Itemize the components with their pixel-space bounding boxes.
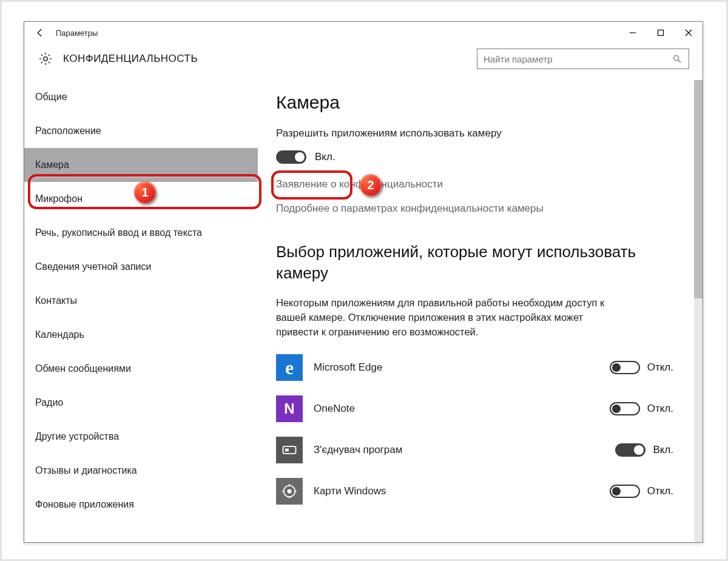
svg-point-3 <box>674 56 679 61</box>
back-button[interactable] <box>24 22 56 44</box>
svg-rect-6 <box>285 449 289 452</box>
toggle-knob <box>634 445 644 455</box>
svg-line-4 <box>678 60 681 62</box>
sidebar-item-other-devices[interactable]: Другие устройства <box>24 420 258 454</box>
sidebar-item-label: Фоновые приложения <box>35 499 134 510</box>
sidebar-item-contacts[interactable]: Контакты <box>24 284 258 318</box>
svg-rect-5 <box>283 446 296 454</box>
settings-gear-icon[interactable] <box>38 51 53 67</box>
app-toggle-label: Вкл. <box>653 444 673 456</box>
app-name: OneNote <box>314 403 355 415</box>
toggle-knob <box>612 487 621 495</box>
sidebar-item-radio[interactable]: Радио <box>24 386 258 420</box>
main-toggle[interactable] <box>276 150 306 164</box>
app-toggle-label: Откл. <box>647 403 673 415</box>
arrow-left-icon <box>35 27 46 38</box>
search-box[interactable] <box>477 49 689 69</box>
sidebar-item-label: Отзывы и диагностика <box>35 465 137 476</box>
app-toggle-edge[interactable] <box>610 361 640 374</box>
app-row-edge: Microsoft Edge Откл. <box>276 353 673 382</box>
vertical-scrollbar[interactable] <box>694 80 703 542</box>
main-toggle-row: Вкл. <box>276 148 673 166</box>
sidebar-item-label: Календарь <box>35 329 84 340</box>
scrollbar-thumb[interactable] <box>694 80 703 298</box>
svg-rect-1 <box>658 30 664 36</box>
app-name: Карти Windows <box>314 485 386 497</box>
app-name: Microsoft Edge <box>314 361 382 374</box>
app-name: З'єднувач програм <box>314 444 402 456</box>
sidebar-item-speech[interactable]: Речь, рукописный ввод и ввод текста <box>24 216 258 250</box>
header-row: КОНФИДЕНЦИАЛЬНОСТЬ <box>24 44 703 80</box>
maps-icon <box>276 478 303 505</box>
choose-apps-desc: Некоторым приложениям для правильной раб… <box>276 296 616 340</box>
app-toggle-maps[interactable] <box>610 485 640 498</box>
window-controls <box>619 22 703 44</box>
content-pane: Камера Разрешить приложениям использоват… <box>258 80 694 542</box>
search-input[interactable] <box>484 54 672 64</box>
window-title: Параметры <box>56 29 98 38</box>
app-row-maps: Карти Windows Откл. <box>276 477 673 506</box>
sidebar-item-general[interactable]: Общие <box>24 80 258 114</box>
app-toggle-group: Откл. <box>610 361 673 374</box>
app-row-connector: З'єднувач програм Вкл. <box>276 435 673 465</box>
sidebar-item-label: Обмен сообщениями <box>35 363 131 374</box>
close-icon <box>685 29 692 36</box>
toggle-knob <box>612 405 621 413</box>
sidebar-item-background-apps[interactable]: Фоновые приложения <box>24 488 258 522</box>
maximize-button[interactable] <box>647 22 675 44</box>
app-toggle-label: Откл. <box>647 485 673 497</box>
main-toggle-label: Вкл. <box>315 151 335 163</box>
maximize-icon <box>657 29 664 36</box>
app-toggle-connector[interactable] <box>615 443 645 457</box>
privacy-statement-link[interactable]: Заявление о конфиденциальности <box>276 178 673 190</box>
sidebar-item-label: Расположение <box>35 126 101 136</box>
body: Общие Расположение Камера Микрофон Речь,… <box>24 80 703 542</box>
app-toggle-label: Откл. <box>647 361 673 374</box>
app-list: Microsoft Edge Откл. OneNote Откл. <box>276 353 673 506</box>
sidebar-item-location[interactable]: Расположение <box>24 114 258 148</box>
toggle-knob <box>295 152 305 162</box>
sidebar-item-messaging[interactable]: Обмен сообщениями <box>24 352 258 386</box>
sidebar-item-microphone[interactable]: Микрофон <box>24 182 258 216</box>
allow-apps-label: Разрешить приложениям использовать камер… <box>276 127 673 139</box>
sidebar-item-label: Речь, рукописный ввод и ввод текста <box>35 227 202 238</box>
titlebar: Параметры <box>24 22 703 44</box>
sidebar: Общие Расположение Камера Микрофон Речь,… <box>24 80 258 542</box>
app-toggle-onenote[interactable] <box>610 402 640 415</box>
sidebar-item-account-info[interactable]: Сведения учетной записи <box>24 250 258 284</box>
app-toggle-group: Откл. <box>610 485 673 498</box>
minimize-icon <box>629 29 636 36</box>
sidebar-item-label: Общие <box>35 92 67 102</box>
choose-apps-heading: Выбор приложений, которые могут использо… <box>276 241 673 284</box>
content-heading: Камера <box>276 92 673 113</box>
onenote-icon <box>276 395 303 422</box>
svg-point-2 <box>44 57 47 61</box>
more-info-link[interactable]: Подробнее о параметрах конфиденциальност… <box>276 203 673 215</box>
sidebar-item-label: Микрофон <box>35 193 83 204</box>
sidebar-item-label: Другие устройства <box>35 431 119 442</box>
app-toggle-group: Откл. <box>610 402 673 415</box>
page-title: КОНФИДЕНЦИАЛЬНОСТЬ <box>63 53 198 65</box>
sidebar-item-feedback[interactable]: Отзывы и диагностика <box>24 454 258 488</box>
sidebar-item-calendar[interactable]: Календарь <box>24 318 258 352</box>
sidebar-item-label: Контакты <box>35 295 77 306</box>
minimize-button[interactable] <box>619 22 647 44</box>
app-row-onenote: OneNote Откл. <box>276 394 673 423</box>
sidebar-item-label: Сведения учетной записи <box>35 261 151 272</box>
sidebar-item-label: Камера <box>35 160 69 170</box>
sidebar-item-label: Радио <box>35 397 63 408</box>
search-icon <box>672 53 682 64</box>
close-button[interactable] <box>675 22 703 44</box>
sidebar-item-camera[interactable]: Камера <box>24 148 258 182</box>
settings-window: Параметры КОНФИДЕНЦИАЛЬ <box>24 21 703 543</box>
toggle-knob <box>612 363 621 372</box>
gear-icon <box>38 52 53 66</box>
app-toggle-group: Вкл. <box>615 443 673 457</box>
edge-icon <box>276 354 303 381</box>
connector-icon <box>276 437 303 463</box>
svg-point-8 <box>288 489 292 493</box>
